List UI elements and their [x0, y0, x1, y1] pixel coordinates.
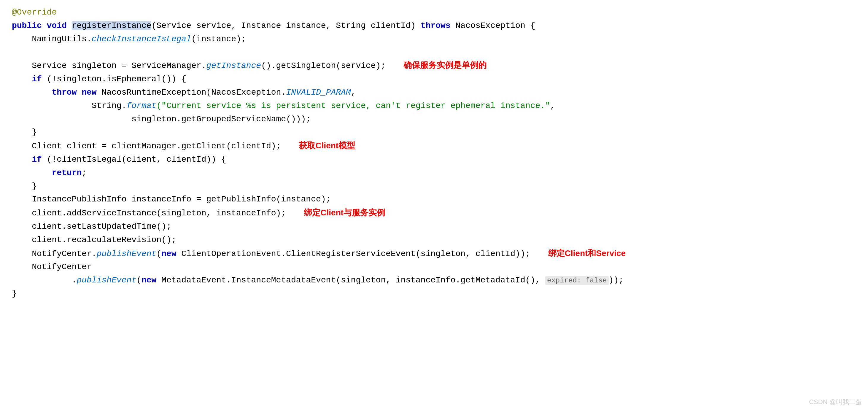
normal-token: ,: [550, 101, 555, 111]
code-line: .publishEvent(new MetadataEvent.Instance…: [12, 274, 856, 287]
keyword-token: if: [12, 155, 42, 164]
keyword-token: throw: [12, 88, 76, 97]
code-line: throw new NacosRuntimeException(NacosExc…: [12, 86, 856, 99]
highlight-token: registerInstance: [72, 21, 152, 30]
normal-token: NacosRuntimeException(NacosException.: [97, 88, 286, 97]
normal-token: }: [12, 128, 37, 137]
keyword-token: new: [82, 88, 96, 97]
code-line: NamingUtils.checkInstanceIsLegal(instanc…: [12, 33, 856, 46]
normal-token: ;: [82, 168, 87, 178]
keyword-token: new: [142, 276, 156, 285]
code-line: }: [12, 180, 856, 193]
normal-token: ().getSingleton(service);: [261, 61, 385, 70]
normal-token: singleton.getGroupedServiceName()));: [12, 115, 311, 124]
normal-token: NotifyCenter: [12, 262, 92, 272]
normal-token: (: [136, 276, 142, 285]
keyword-token: throws: [421, 21, 451, 30]
method-token: publishEvent: [76, 276, 136, 285]
normal-token: ));: [609, 276, 624, 285]
code-line: return;: [12, 166, 856, 180]
normal-token: InstancePublishInfo instanceInfo = getPu…: [12, 195, 331, 204]
normal-token: NotifyCenter.: [12, 249, 97, 258]
normal-token: }: [12, 289, 17, 298]
inline-badge: expired: false: [545, 276, 609, 285]
annotation-token: @Override: [12, 8, 57, 17]
code-line: }: [12, 287, 856, 301]
normal-token: (: [156, 249, 161, 258]
normal-token: ClientOperationEvent.ClientRegisterServi…: [177, 249, 530, 258]
normal-token: (Service service, Instance instance, Str…: [151, 21, 421, 30]
code-container: @Overridepublic void registerInstance(Se…: [0, 0, 868, 312]
code-line: [12, 46, 856, 59]
code-line: Service singleton = ServiceManager.getIn…: [12, 59, 856, 73]
code-line: client.addServiceInstance(singleton, ins…: [12, 206, 856, 220]
normal-token: MetadataEvent.InstanceMetadataEvent(sing…: [156, 276, 545, 285]
normal-token: }: [12, 182, 37, 191]
keyword-token: return: [12, 168, 82, 178]
code-line: InstancePublishInfo instanceInfo = getPu…: [12, 193, 856, 206]
normal-token: Client client = clientManager.getClient(…: [12, 141, 281, 151]
code-line: client.recalculateRevision();: [12, 233, 856, 247]
normal-token: client.setLastUpdatedTime();: [12, 222, 172, 231]
code-line: public void registerInstance(Service ser…: [12, 19, 856, 33]
method-token: format: [126, 101, 156, 111]
normal-token: NacosException {: [451, 21, 535, 30]
code-line: singleton.getGroupedServiceName()));: [12, 113, 856, 126]
method-token: INVALID_PARAM: [286, 88, 351, 97]
code-line: NotifyCenter: [12, 260, 856, 274]
string-token: ("Current service %s is persistent servi…: [156, 101, 550, 111]
keyword-token: public void: [12, 21, 72, 30]
normal-token: (!clientIsLegal(client, clientId)) {: [42, 155, 226, 164]
code-line: @Override: [12, 6, 856, 19]
code-line: }: [12, 126, 856, 139]
code-line: NotifyCenter.publishEvent(new ClientOper…: [12, 247, 856, 261]
normal-token: client.addServiceInstance(singleton, ins…: [12, 209, 286, 218]
code-line: Client client = clientManager.getClient(…: [12, 139, 856, 153]
code-line: if (!singleton.isEphemeral()) {: [12, 73, 856, 86]
method-token: publishEvent: [97, 249, 157, 258]
code-line: client.setLastUpdatedTime();: [12, 220, 856, 233]
keyword-token: if: [12, 74, 42, 84]
normal-token: Service singleton = ServiceManager.: [12, 61, 206, 70]
normal-token: (!singleton.isEphemeral()) {: [42, 74, 186, 84]
normal-token: [76, 88, 82, 97]
keyword-token: new: [161, 249, 176, 258]
normal-token: client.recalculateRevision();: [12, 235, 177, 245]
chinese-annotation: 确保服务实例是单例的: [403, 59, 487, 72]
normal-token: String.: [12, 101, 126, 111]
normal-token: .: [12, 276, 76, 285]
chinese-annotation: 绑定Client和Service: [548, 247, 626, 260]
chinese-annotation: 绑定Client与服务实例: [304, 206, 385, 220]
method-token: getInstance: [206, 61, 261, 70]
chinese-annotation: 获取Client模型: [299, 139, 355, 153]
code-line: String.format("Current service %s is per…: [12, 99, 856, 113]
normal-token: (instance);: [191, 34, 246, 43]
normal-token: ,: [351, 88, 356, 97]
code-line: if (!clientIsLegal(client, clientId)) {: [12, 153, 856, 166]
normal-token: NamingUtils.: [12, 34, 92, 43]
method-token: checkInstanceIsLegal: [92, 34, 191, 43]
